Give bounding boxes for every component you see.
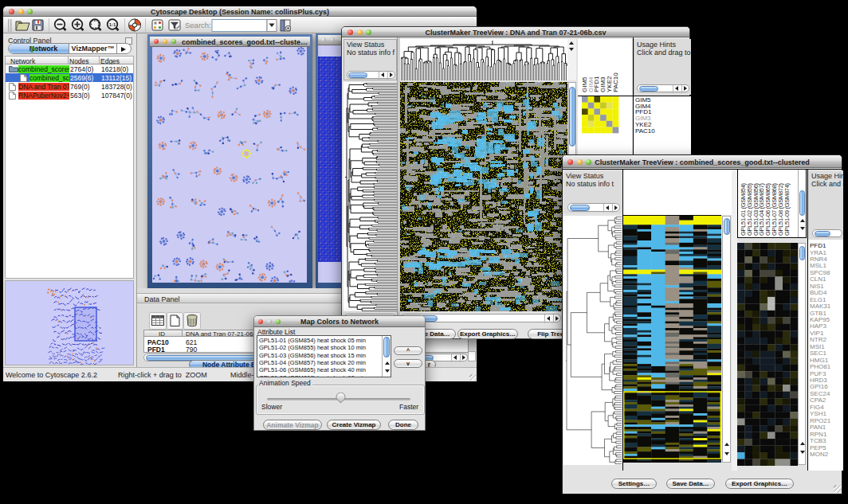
svg-text:1:1: 1:1 bbox=[109, 22, 116, 27]
svg-text:GPL51-09 (GSM874): GPL51-09 (GSM874) bbox=[783, 182, 791, 236]
svg-text:PAC10: PAC10 bbox=[612, 72, 619, 92]
svg-text:Search:: Search: bbox=[185, 21, 211, 29]
